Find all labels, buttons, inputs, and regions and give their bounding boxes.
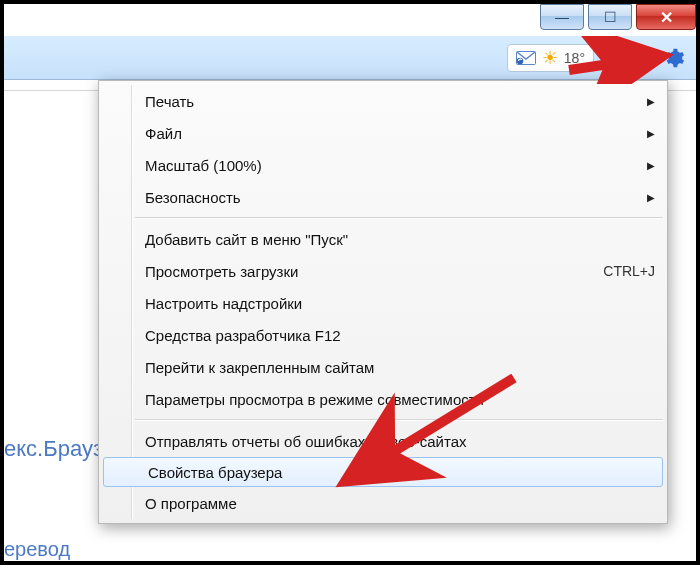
menu-item[interactable]: Добавить сайт в меню "Пуск": [101, 223, 665, 255]
menu-item[interactable]: Средства разработчика F12: [101, 319, 665, 351]
tools-menu: Печать▶Файл▶Масштаб (100%)▶Безопасность▶…: [98, 80, 668, 524]
weather-mail-widget[interactable]: ☀ 18°: [507, 44, 594, 72]
menu-item-label: Печать: [145, 93, 639, 110]
background-text-1: екс.Брауз: [4, 436, 103, 462]
sun-icon: ☀: [542, 49, 558, 67]
close-glyph: ✕: [660, 8, 673, 27]
maximize-button[interactable]: ☐: [588, 4, 632, 30]
menu-item-label: Настроить надстройки: [145, 295, 655, 312]
menu-item[interactable]: О программе: [101, 487, 665, 519]
temperature-label: 18°: [564, 50, 585, 66]
menu-item[interactable]: Свойства браузера: [103, 457, 663, 487]
menu-item-label: Файл: [145, 125, 639, 142]
menu-item[interactable]: Файл▶: [101, 117, 665, 149]
menu-item-label: Перейти к закрепленным сайтам: [145, 359, 655, 376]
menu-separator: [135, 419, 663, 421]
menu-item[interactable]: Перейти к закрепленным сайтам: [101, 351, 665, 383]
menu-item-label: Средства разработчика F12: [145, 327, 655, 344]
close-button[interactable]: ✕: [636, 4, 696, 30]
browser-toolbar: ☀ 18° Є: [4, 36, 696, 80]
menu-item-label: Добавить сайт в меню "Пуск": [145, 231, 655, 248]
menu-item-label: Просмотреть загрузки: [145, 263, 603, 280]
home-icon[interactable]: [630, 46, 654, 70]
menu-item[interactable]: Отправлять отчеты об ошибках на веб-сайт…: [101, 425, 665, 457]
menu-item[interactable]: Печать▶: [101, 85, 665, 117]
menu-item-label: Отправлять отчеты об ошибках на веб-сайт…: [145, 433, 655, 450]
minimize-glyph: —: [555, 9, 569, 25]
menu-item[interactable]: Параметры просмотра в режиме совместимос…: [101, 383, 665, 415]
menu-item-shortcut: CTRL+J: [603, 263, 655, 279]
coin-glyph: Є: [608, 51, 617, 65]
submenu-arrow-icon: ▶: [647, 96, 655, 107]
submenu-arrow-icon: ▶: [647, 128, 655, 139]
submenu-arrow-icon: ▶: [647, 192, 655, 203]
minimize-button[interactable]: —: [540, 4, 584, 30]
menu-item-label: Безопасность: [145, 189, 639, 206]
maximize-glyph: ☐: [604, 9, 617, 25]
gear-icon[interactable]: [662, 46, 686, 70]
menu-item-label: Масштаб (100%): [145, 157, 639, 174]
menu-item-label: Параметры просмотра в режиме совместимос…: [145, 391, 655, 408]
menu-item[interactable]: Настроить надстройки: [101, 287, 665, 319]
submenu-arrow-icon: ▶: [647, 160, 655, 171]
menu-item-label: О программе: [145, 495, 655, 512]
menu-separator: [135, 217, 663, 219]
menu-item[interactable]: Безопасность▶: [101, 181, 665, 213]
menu-item[interactable]: Просмотреть загрузкиCTRL+J: [101, 255, 665, 287]
background-link-text[interactable]: еревод: [4, 538, 70, 563]
menu-item-label: Свойства браузера: [148, 464, 652, 481]
mail-icon: [516, 51, 536, 65]
coin-icon[interactable]: Є: [602, 48, 622, 68]
menu-item[interactable]: Масштаб (100%)▶: [101, 149, 665, 181]
